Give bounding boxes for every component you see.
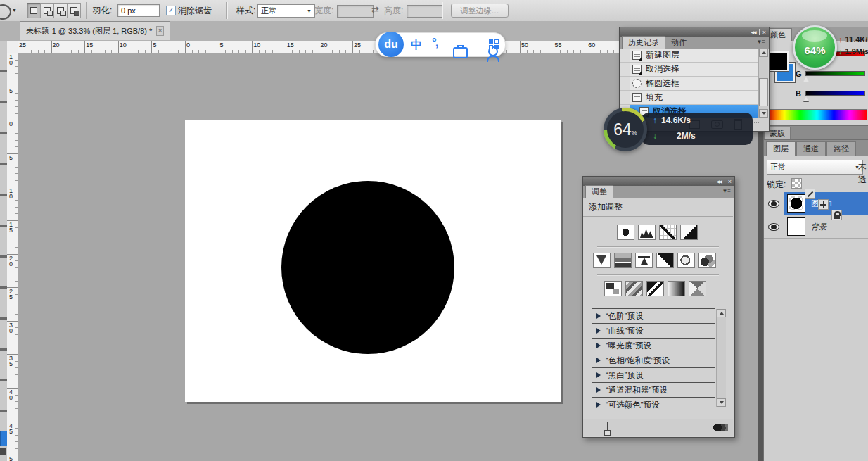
black-white-adjustment-icon[interactable]	[656, 253, 674, 268]
refine-edge-button[interactable]: 调整边缘…	[451, 4, 509, 18]
toolbox-icon[interactable]	[0, 448, 6, 455]
antialias-checkbox[interactable]: ✓	[166, 6, 176, 15]
history-state-row[interactable]: 填充	[620, 91, 758, 105]
chinese-mode-button[interactable]: 中	[411, 38, 422, 53]
disclosure-triangle-icon[interactable]	[596, 387, 601, 393]
history-scrollbar[interactable]	[758, 49, 768, 118]
invert-adjustment-icon[interactable]	[604, 281, 622, 296]
adjustment-preset-row[interactable]: “曲线”预设	[592, 323, 715, 339]
expand-panel-icon[interactable]	[607, 422, 608, 434]
height-input[interactable]	[407, 5, 443, 18]
resize-grip[interactable]	[753, 122, 759, 127]
layer-visibility-cell[interactable]	[764, 192, 784, 215]
presets-scrollbar[interactable]	[716, 309, 726, 407]
foreground-color-swatch[interactable]	[769, 51, 789, 71]
collapse-panel-icon[interactable]: ◀◀	[751, 30, 756, 34]
gradient-map-adjustment-icon[interactable]	[668, 281, 685, 296]
tab-history[interactable]: 历史记录	[622, 36, 665, 49]
baidu-ime-logo[interactable]: du	[378, 32, 404, 57]
history-state-checkbox[interactable]	[620, 63, 630, 76]
new-selection-button[interactable]	[27, 3, 41, 18]
history-state-row[interactable]: 椭圆选框	[620, 77, 758, 91]
curves-adjustment-icon[interactable]	[659, 225, 677, 240]
document-tab-close-icon[interactable]: ×	[156, 26, 164, 36]
green-slider-thumb[interactable]	[803, 77, 809, 82]
channel-mixer-adjustment-icon[interactable]	[698, 253, 716, 268]
ime-menu-grid-icon[interactable]	[489, 39, 499, 50]
vibrance-adjustment-icon[interactable]	[593, 253, 611, 268]
tab-channels[interactable]: 通道	[796, 141, 826, 156]
adjustment-preset-row[interactable]: “黑白”预设	[592, 367, 715, 383]
toolbox-icon[interactable]	[453, 47, 468, 58]
disclosure-triangle-icon[interactable]	[596, 358, 601, 363]
disclosure-triangle-icon[interactable]	[596, 343, 601, 348]
posterize-adjustment-icon[interactable]	[625, 281, 643, 296]
adjustment-preset-row[interactable]: “通道混和器”预设	[592, 382, 715, 398]
style-dropdown[interactable]: 正常 ▼	[257, 4, 315, 18]
disclosure-triangle-icon[interactable]	[596, 328, 601, 334]
selective-color-adjustment-icon[interactable]	[689, 281, 706, 296]
lock-all-icon[interactable]	[831, 210, 842, 220]
history-state-row[interactable]: 新建图层	[620, 49, 758, 63]
disclosure-triangle-icon[interactable]	[596, 372, 601, 378]
layer-row[interactable]: 背景	[764, 215, 868, 239]
punctuation-mode-button[interactable]: °,	[432, 36, 438, 50]
exposure-adjustment-icon[interactable]	[680, 225, 698, 240]
photo-filter-adjustment-icon[interactable]	[677, 253, 695, 268]
scroll-down-icon[interactable]	[717, 398, 726, 407]
history-scrollbar-thumb[interactable]	[759, 78, 768, 106]
visibility-eye-icon[interactable]	[768, 223, 779, 231]
clip-to-layer-icon[interactable]	[713, 423, 728, 432]
blend-mode-dropdown[interactable]: 正常 ▼	[767, 160, 863, 175]
green-slider[interactable]	[805, 71, 865, 76]
blue-slider[interactable]	[805, 91, 865, 96]
subtract-from-selection-button[interactable]	[53, 3, 68, 18]
color-balance-adjustment-icon[interactable]	[635, 253, 653, 268]
tab-adjustments[interactable]: 调整	[585, 185, 613, 198]
brightness-contrast-adjustment-icon[interactable]	[617, 225, 634, 240]
threshold-adjustment-icon[interactable]	[646, 281, 664, 296]
scroll-down-icon[interactable]	[759, 109, 768, 118]
tab-paths[interactable]: 路径	[826, 141, 856, 156]
disclosure-triangle-icon[interactable]	[596, 313, 601, 319]
width-input[interactable]	[337, 5, 374, 18]
scroll-up-icon[interactable]	[717, 309, 726, 317]
close-panel-icon[interactable]: ×	[728, 178, 732, 185]
history-state-checkbox[interactable]	[620, 91, 630, 104]
panel-menu-icon[interactable]: ▼≡	[756, 39, 765, 45]
feather-input[interactable]	[117, 4, 160, 17]
history-state-checkbox[interactable]	[620, 77, 630, 90]
system-usage-badge[interactable]: 64%	[793, 25, 837, 70]
collapse-panel-icon[interactable]: ◀◀	[717, 179, 722, 184]
lock-position-icon[interactable]	[818, 199, 829, 210]
scroll-up-icon[interactable]	[759, 49, 768, 57]
adjustment-preset-row[interactable]: “曝光度”预设	[592, 338, 715, 353]
lock-pixels-icon[interactable]	[805, 189, 815, 199]
intersect-selection-button[interactable]	[67, 3, 81, 18]
visibility-eye-icon[interactable]	[768, 200, 779, 208]
tab-layers[interactable]: 图层	[766, 141, 796, 156]
layer-row[interactable]: 图层 1	[764, 192, 868, 215]
lock-transparency-icon[interactable]	[791, 178, 802, 189]
adjustment-preset-row[interactable]: “可选颜色”预设	[592, 397, 715, 412]
add-to-selection-button[interactable]	[40, 3, 54, 18]
layer-thumbnail[interactable]	[787, 194, 805, 213]
close-panel-icon[interactable]: ×	[762, 29, 766, 36]
color-spectrum-ramp[interactable]	[767, 109, 867, 120]
tab-actions[interactable]: 动作	[665, 37, 692, 49]
history-state-row[interactable]: 取消选择	[620, 63, 758, 77]
hue-saturation-adjustment-icon[interactable]	[614, 253, 632, 268]
panel-menu-icon[interactable]: ▼≡	[722, 188, 731, 194]
adjustment-preset-row[interactable]: “色阶”预设	[592, 308, 715, 324]
memory-usage-ring[interactable]: 64%	[604, 108, 647, 151]
layer-thumbnail[interactable]	[787, 217, 805, 236]
document-tab[interactable]: 未标题-1 @ 33.3% (图层 1, RGB/8) * ×	[20, 21, 170, 40]
levels-adjustment-icon[interactable]	[638, 225, 656, 240]
disclosure-triangle-icon[interactable]	[596, 402, 601, 408]
swap-dimensions-icon[interactable]: ⇄	[371, 4, 379, 15]
history-state-checkbox[interactable]	[620, 49, 630, 62]
elliptical-marquee-tool-icon[interactable]	[0, 4, 11, 20]
tool-preset-dropdown-icon[interactable]: ▼	[12, 8, 17, 13]
layer-visibility-cell[interactable]	[764, 215, 784, 238]
adjustment-preset-row[interactable]: “色相/饱和度”预设	[592, 353, 715, 368]
